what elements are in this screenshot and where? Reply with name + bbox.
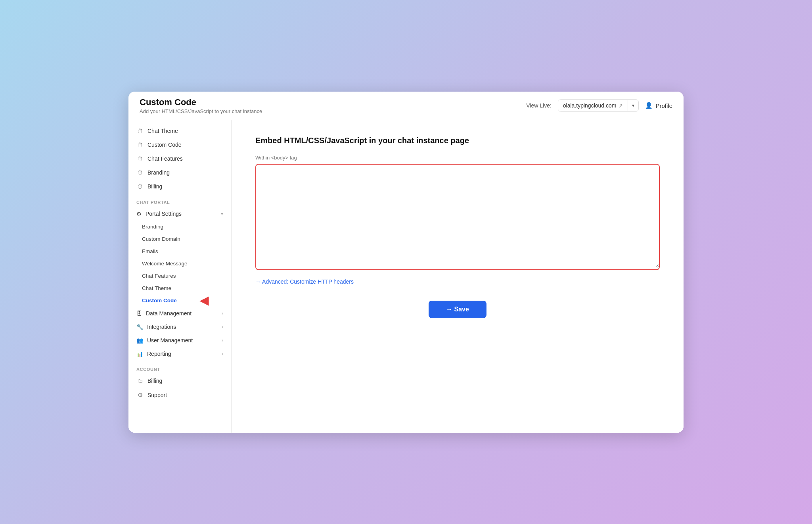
- save-button[interactable]: → Save: [429, 301, 486, 318]
- body-code-textarea[interactable]: [256, 165, 659, 268]
- view-live-label: View Live:: [526, 102, 552, 109]
- portal-settings-header[interactable]: ⚙ Portal Settings ▾: [128, 207, 231, 221]
- sidebar-item-integrations[interactable]: 🔧 Integrations ›: [128, 320, 231, 334]
- app-container: Custom Code Add your HTML/CSS/JavaScript…: [128, 92, 684, 433]
- save-btn-row: → Save: [255, 301, 660, 318]
- sidebar: ⏱ Chat Theme ⏱ Custom Code ⏱ Chat Featur…: [128, 120, 232, 433]
- sidebar-item-chat-theme[interactable]: ⏱ Chat Theme: [128, 124, 231, 138]
- red-arrow-annotation: ◀: [200, 294, 209, 307]
- chevron-down-icon: ▾: [221, 211, 223, 217]
- header-right: View Live: olala.typingcloud.com ↗ ▾ 👤 P…: [526, 99, 672, 112]
- sidebar-sub-chat-theme[interactable]: Chat Theme: [134, 282, 231, 294]
- clock-icon-4: ⏱: [136, 169, 144, 176]
- sidebar-sub-custom-code[interactable]: Custom Code ◀: [134, 294, 185, 307]
- advanced-link-row: → Advanced: Customize HTTP headers: [255, 278, 660, 301]
- clock-icon-5: ⏱: [136, 183, 144, 190]
- main-layout: ⏱ Chat Theme ⏱ Custom Code ⏱ Chat Featur…: [128, 120, 684, 433]
- chevron-right-icon-3: ›: [222, 338, 223, 343]
- sidebar-item-custom-code[interactable]: ⏱ Custom Code: [128, 138, 231, 152]
- sidebar-item-user-management[interactable]: 👥 User Management ›: [128, 334, 231, 347]
- chevron-right-icon: ›: [222, 311, 223, 316]
- account-label: Account: [128, 361, 231, 374]
- sidebar-item-chat-features[interactable]: ⏱ Chat Features: [128, 152, 231, 166]
- content-heading: Embed HTML/CSS/JavaScript in your chat i…: [255, 136, 660, 145]
- sidebar-item-billing-top[interactable]: ⏱ Billing: [128, 180, 231, 194]
- header-left: Custom Code Add your HTML/CSS/JavaScript…: [140, 97, 262, 114]
- sidebar-sub-branding[interactable]: Branding: [134, 221, 231, 233]
- clock-icon: ⏱: [136, 128, 144, 134]
- clock-icon-2: ⏱: [136, 142, 144, 148]
- sidebar-sub-welcome-message[interactable]: Welcome Message: [134, 257, 231, 270]
- sidebar-sub-emails[interactable]: Emails: [134, 245, 231, 257]
- gear-icon: ⚙: [136, 211, 142, 217]
- profile-button[interactable]: 👤 Profile: [645, 102, 672, 109]
- profile-icon: 👤: [645, 102, 653, 109]
- support-icon: ⚙: [136, 392, 144, 399]
- portal-sub-items: Branding Custom Domain Emails Welcome Me…: [128, 221, 231, 307]
- tool-icon: 🔧: [136, 324, 143, 330]
- code-textarea-wrapper: [255, 164, 660, 270]
- chevron-right-icon-4: ›: [222, 351, 223, 357]
- external-link-icon: ↗: [619, 103, 623, 109]
- chat-portal-label: Chat Portal: [128, 194, 231, 207]
- billing-icon: 🗂: [136, 378, 144, 384]
- sidebar-sub-chat-features[interactable]: Chat Features: [134, 270, 231, 282]
- users-icon: 👥: [136, 337, 143, 344]
- header-bar: Custom Code Add your HTML/CSS/JavaScript…: [128, 92, 684, 120]
- content-area: Embed HTML/CSS/JavaScript in your chat i…: [232, 120, 684, 433]
- sidebar-sub-custom-domain[interactable]: Custom Domain: [134, 233, 231, 245]
- chart-icon: 📊: [136, 351, 143, 357]
- sidebar-item-branding[interactable]: ⏱ Branding: [128, 166, 231, 180]
- sidebar-item-reporting[interactable]: 📊 Reporting ›: [128, 347, 231, 361]
- sidebar-item-support[interactable]: ⚙ Support: [128, 388, 231, 402]
- clock-icon-3: ⏱: [136, 155, 144, 162]
- view-live-box: olala.typingcloud.com ↗ ▾: [558, 99, 639, 112]
- view-live-dropdown[interactable]: ▾: [628, 100, 638, 111]
- page-subtitle: Add your HTML/CSS/JavaScript to your cha…: [140, 108, 262, 114]
- page-title: Custom Code: [140, 97, 262, 107]
- sidebar-item-data-management[interactable]: 🗄 Data Management ›: [128, 307, 231, 320]
- chevron-right-icon-2: ›: [222, 324, 223, 330]
- database-icon: 🗄: [136, 310, 142, 317]
- advanced-link[interactable]: → Advanced: Customize HTTP headers: [255, 278, 354, 285]
- view-live-url[interactable]: olala.typingcloud.com ↗: [558, 100, 628, 111]
- field-label-body: Within <body> tag: [255, 155, 660, 161]
- sidebar-item-billing-account[interactable]: 🗂 Billing: [128, 374, 231, 388]
